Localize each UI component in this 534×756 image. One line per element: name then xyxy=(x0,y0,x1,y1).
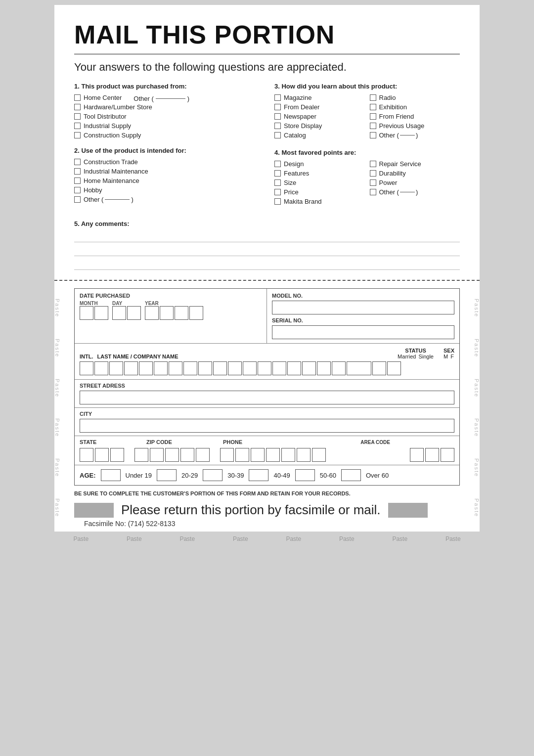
name-box[interactable] xyxy=(198,361,212,375)
state-box-2[interactable] xyxy=(95,448,109,462)
checkbox-radio[interactable] xyxy=(370,94,376,101)
age-box-1[interactable] xyxy=(157,469,177,481)
q3-store-display[interactable]: Store Display xyxy=(274,122,365,130)
zip-box-1[interactable] xyxy=(134,448,148,462)
name-box[interactable] xyxy=(272,361,286,375)
q3-other[interactable]: Other ( ) xyxy=(370,132,460,139)
checkbox-power[interactable] xyxy=(370,179,376,186)
name-box[interactable] xyxy=(332,361,346,375)
checkbox-hardware[interactable] xyxy=(74,104,81,110)
checkbox-size[interactable] xyxy=(274,179,281,186)
checkbox-durability[interactable] xyxy=(370,170,376,177)
q3-magazine[interactable]: Magazine xyxy=(274,94,365,101)
q1-home-center[interactable]: Home Center xyxy=(74,94,122,101)
name-box[interactable] xyxy=(154,361,168,375)
q3-newspaper[interactable]: Newspaper xyxy=(274,113,365,120)
name-box[interactable] xyxy=(372,361,386,375)
q4-makita[interactable]: Makita Brand xyxy=(274,198,365,205)
name-box[interactable] xyxy=(124,361,138,375)
serial-no-box[interactable] xyxy=(272,325,454,339)
q4-repair[interactable]: Repair Service xyxy=(370,160,460,168)
checkbox-repair[interactable] xyxy=(370,161,376,167)
zip-box-4[interactable] xyxy=(180,448,194,462)
q4-features[interactable]: Features xyxy=(274,170,365,177)
checkbox-makita[interactable] xyxy=(274,198,281,205)
name-box[interactable] xyxy=(213,361,227,375)
name-box[interactable] xyxy=(387,361,401,375)
year-box-1[interactable] xyxy=(145,306,159,320)
phone-box-1[interactable] xyxy=(220,448,234,462)
phone-box-4[interactable] xyxy=(266,448,280,462)
checkbox-q4-other[interactable] xyxy=(370,189,376,195)
checkbox-from-friend[interactable] xyxy=(370,113,376,120)
q2-hobby[interactable]: Hobby xyxy=(74,186,260,194)
name-box[interactable] xyxy=(287,361,301,375)
checkbox-features[interactable] xyxy=(274,170,281,177)
checkbox-construction[interactable] xyxy=(74,132,81,138)
name-box[interactable] xyxy=(169,361,182,375)
q3-exhibition[interactable]: Exhibition xyxy=(370,103,460,111)
name-box[interactable] xyxy=(94,361,108,375)
q1-hardware[interactable]: Hardware/Lumber Store xyxy=(74,103,260,111)
checkbox-magazine[interactable] xyxy=(274,94,281,101)
checkbox-q2-other[interactable] xyxy=(74,196,81,203)
year-box-4[interactable] xyxy=(189,306,203,320)
age-box-4[interactable] xyxy=(295,469,315,481)
state-box-3[interactable] xyxy=(110,448,124,462)
checkbox-exhibition[interactable] xyxy=(370,104,376,110)
age-box-3[interactable] xyxy=(249,469,268,481)
name-box[interactable] xyxy=(228,361,242,375)
q4-size[interactable]: Size xyxy=(274,179,365,186)
checkbox-home-center[interactable] xyxy=(74,94,81,101)
checkbox-tool-dist[interactable] xyxy=(74,113,81,120)
checkbox-from-dealer[interactable] xyxy=(274,104,281,110)
q4-price[interactable]: Price xyxy=(274,188,365,196)
area-box-3[interactable] xyxy=(441,448,454,462)
checkbox-design[interactable] xyxy=(274,161,281,167)
phone-box-5[interactable] xyxy=(281,448,295,462)
q1-industrial[interactable]: Industrial Supply xyxy=(74,122,260,130)
q4-durability[interactable]: Durability xyxy=(370,170,460,177)
area-box-1[interactable] xyxy=(410,448,424,462)
q2-ind-maint[interactable]: Industrial Maintenance xyxy=(74,168,260,175)
year-box-2[interactable] xyxy=(160,306,174,320)
year-box-3[interactable] xyxy=(175,306,188,320)
name-box[interactable] xyxy=(139,361,153,375)
q4-other[interactable]: Other ( ) xyxy=(370,188,460,196)
checkbox-ind-maint[interactable] xyxy=(74,168,81,175)
name-box[interactable] xyxy=(258,361,271,375)
q3-catalog[interactable]: Catalog xyxy=(274,132,365,139)
city-box[interactable] xyxy=(80,419,454,433)
q2-const-trade[interactable]: Construction Trade xyxy=(74,158,260,166)
day-box-1[interactable] xyxy=(112,306,126,320)
name-box[interactable] xyxy=(243,361,257,375)
comment-line-1[interactable] xyxy=(74,231,460,242)
zip-box-5[interactable] xyxy=(196,448,210,462)
phone-box-2[interactable] xyxy=(235,448,249,462)
checkbox-q3-other[interactable] xyxy=(370,132,376,138)
age-box-5[interactable] xyxy=(341,469,361,481)
checkbox-home-maint[interactable] xyxy=(74,178,81,184)
q3-from-dealer[interactable]: From Dealer xyxy=(274,103,365,111)
q1-construction[interactable]: Construction Supply xyxy=(74,132,260,139)
phone-box-7[interactable] xyxy=(312,448,326,462)
name-box[interactable] xyxy=(302,361,316,375)
age-box-0[interactable] xyxy=(101,469,121,481)
phone-box-3[interactable] xyxy=(251,448,265,462)
name-box[interactable] xyxy=(80,361,93,375)
checkbox-industrial[interactable] xyxy=(74,123,81,129)
q3-from-friend[interactable]: From Friend xyxy=(370,113,460,120)
q3-radio[interactable]: Radio xyxy=(370,94,460,101)
area-box-2[interactable] xyxy=(425,448,439,462)
checkbox-store-display[interactable] xyxy=(274,123,281,129)
month-box-2[interactable] xyxy=(94,306,108,320)
name-box[interactable] xyxy=(109,361,123,375)
checkbox-price[interactable] xyxy=(274,189,281,195)
name-box[interactable] xyxy=(183,361,197,375)
age-box-2[interactable] xyxy=(203,469,222,481)
checkbox-hobby[interactable] xyxy=(74,187,81,193)
checkbox-newspaper[interactable] xyxy=(274,113,281,120)
comment-line-2[interactable] xyxy=(74,245,460,256)
zip-box-2[interactable] xyxy=(150,448,164,462)
q1-tool-dist[interactable]: Tool Distributor xyxy=(74,113,260,120)
